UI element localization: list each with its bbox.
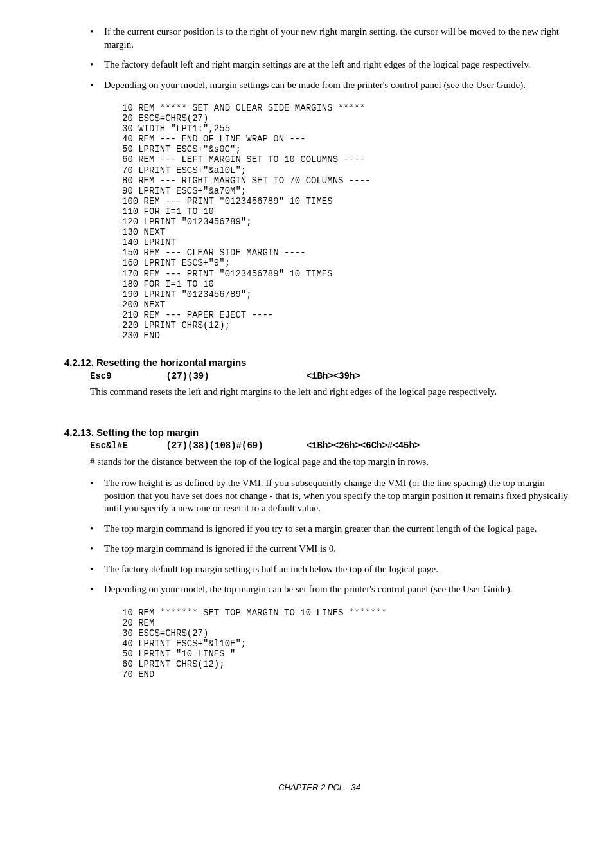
section-heading-top-margin: 4.2.13. Setting the top margin — [64, 426, 574, 439]
section-heading-reset-margins: 4.2.12. Resetting the horizontal margins — [64, 356, 574, 369]
command-hex: <1Bh><26h><6Ch>#<45h> — [306, 440, 420, 451]
list-item: The top margin command is ignored if the… — [90, 543, 574, 556]
list-item: The factory default top margin setting i… — [90, 563, 574, 576]
code-block-margins: 10 REM ***** SET AND CLEAR SIDE MARGINS … — [122, 103, 574, 341]
list-item: Depending on your model, margin settings… — [90, 79, 574, 92]
command-escape: Esc9 — [90, 370, 161, 382]
section-body: # stands for the distance between the to… — [90, 456, 574, 469]
command-decimal: (27)(38)(108)#(69) — [166, 440, 301, 451]
section-body: This command resets the left and right m… — [90, 386, 574, 399]
bullet-text: Depending on your model, the top margin … — [104, 584, 513, 594]
top-bullet-list: If the current cursor position is to the… — [64, 26, 574, 91]
page-footer: CHAPTER 2 PCL - 34 — [64, 782, 574, 793]
bullet-text: Depending on your model, margin settings… — [104, 80, 526, 90]
list-item: Depending on your model, the top margin … — [90, 583, 574, 596]
command-hex: <1Bh><39h> — [306, 370, 360, 382]
command-definition: Esc&l#E (27)(38)(108)#(69) <1Bh><26h><6C… — [90, 440, 574, 451]
list-item: The factory default left and right margi… — [90, 59, 574, 71]
bullet-text: The row height is as defined by the VMI.… — [104, 478, 568, 513]
command-escape: Esc&l#E — [90, 440, 161, 451]
bullet-text: The top margin command is ignored if you… — [104, 523, 537, 534]
bullet-text: The factory default left and right margi… — [104, 59, 531, 69]
command-definition: Esc9 (27)(39) <1Bh><39h> — [90, 370, 574, 382]
bullet-text: The factory default top margin setting i… — [104, 564, 438, 574]
section2-bullet-list: The row height is as defined by the VMI.… — [64, 477, 574, 596]
list-item: If the current cursor position is to the… — [90, 26, 574, 51]
list-item: The row height is as defined by the VMI.… — [90, 477, 574, 515]
code-block-top-margin: 10 REM ******* SET TOP MARGIN TO 10 LINE… — [122, 608, 574, 680]
bullet-text: The top margin command is ignored if the… — [104, 543, 336, 554]
command-decimal: (27)(39) — [166, 370, 301, 382]
bullet-text: If the current cursor position is to the… — [104, 26, 559, 50]
list-item: The top margin command is ignored if you… — [90, 523, 574, 536]
